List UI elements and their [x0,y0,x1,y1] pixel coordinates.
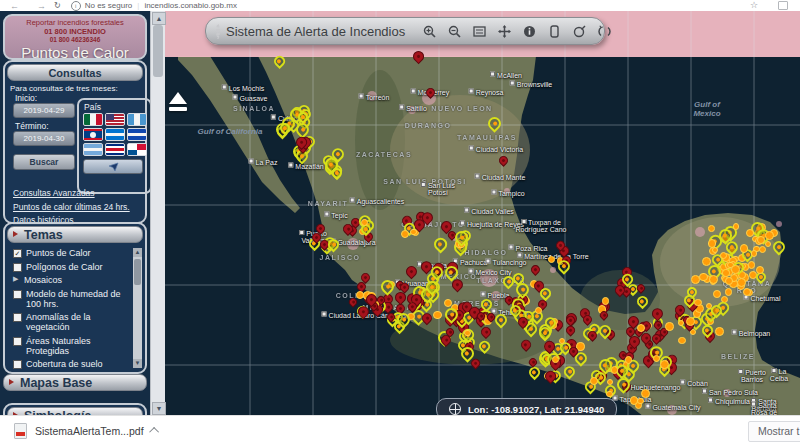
fire-point-marker[interactable] [590,377,598,385]
tema-item-3[interactable]: Modelo de humedad de 100 hrs. [13,289,131,309]
fire-point-marker[interactable] [630,396,639,405]
fire-point-marker[interactable] [686,317,695,326]
temas-scrollbar[interactable]: ▲ ▼ [133,248,142,368]
fire-point-marker[interactable] [660,360,669,369]
downloaded-file-chip[interactable]: SistemaAlertaTem...pdf [14,423,159,439]
fire-point-marker[interactable] [433,311,442,320]
flag-el-salvador-button[interactable] [127,128,147,141]
info-icon[interactable] [522,24,537,39]
scroll-down-icon[interactable]: ▼ [133,359,142,368]
bookmark-star-icon[interactable]: ☆ [750,0,758,10]
fire-point-marker[interactable] [751,250,758,257]
url-separator: | [137,1,139,10]
draw-icon[interactable] [572,24,587,39]
expand-arrow-icon[interactable]: ▶ [13,275,20,283]
flag-honduras-button[interactable] [105,128,125,141]
fire-point-marker[interactable] [733,223,740,230]
fire-point-marker[interactable] [602,297,609,304]
fire-point-marker[interactable] [757,236,765,244]
fire-point-marker[interactable] [552,356,559,363]
flag-mexico-button[interactable] [83,113,103,126]
flag-nicaragua-button[interactable] [83,143,103,156]
measure-icon[interactable] [547,24,562,39]
pdf-file-icon [14,423,27,439]
termino-date-field[interactable]: 2019-04-30 [13,131,75,146]
checkbox[interactable] [13,337,22,346]
url-text[interactable]: incendios.conabio.gob.mx [144,1,237,10]
fire-point-marker[interactable] [765,231,774,240]
browser-reload-button[interactable]: ↻ [54,1,61,10]
flag-panama-button[interactable] [127,143,147,156]
browser-back-button[interactable]: ← [10,1,19,11]
buscar-button[interactable]: Buscar [13,154,75,170]
flag-costa-rica-button[interactable] [105,143,125,156]
scroll-up-icon[interactable]: ▲ [133,248,142,257]
fire-point-marker[interactable] [361,219,368,226]
pais-panel: País [77,98,152,194]
cursor-arrow-icon [107,162,119,172]
link-1[interactable]: Puntos de calor últimas 24 hrs. [13,202,130,212]
flag-belize-button[interactable] [83,128,103,141]
sidebar-scroll-down-icon[interactable]: ▼ [152,402,166,415]
show-all-downloads-button[interactable]: Mostrar t [748,421,800,442]
fire-point-marker[interactable] [678,337,686,345]
mapas-base-header[interactable]: Mapas Base [3,374,147,391]
flag-usa-button[interactable] [105,113,125,126]
tema-item-2[interactable]: ▶Mosaicos [13,275,131,285]
tema-item-1[interactable]: Polígonos de Calor [13,262,131,272]
fire-point-marker[interactable] [708,239,716,247]
select-cursor-button[interactable] [83,159,143,174]
country-flags-grid [79,113,150,156]
fire-point-marker[interactable] [713,290,721,298]
pan-icon[interactable] [497,24,512,39]
checkbox[interactable] [13,263,22,272]
sidebar: Reportar incendios forestales 01 800 INC… [0,11,150,416]
sidebar-scroll-thumb[interactable] [153,25,163,77]
fire-point-marker[interactable] [410,229,416,235]
tema-item-0[interactable]: ✓Puntos de Calor [13,248,131,258]
checkbox[interactable] [13,290,22,299]
browser-forward-button[interactable]: → [37,1,46,11]
fire-point-marker[interactable] [725,288,732,295]
tema-label: Puntos de Calor [26,248,91,258]
temas-header[interactable]: Temas [7,226,143,243]
tema-item-6[interactable]: Cobertura de suelo [13,359,131,369]
map-north-control[interactable] [169,92,187,111]
fire-point-marker[interactable] [708,225,715,232]
fire-point-marker[interactable] [606,391,613,398]
site-info-icon[interactable]: i [71,1,81,11]
tema-label: Cobertura de suelo [26,359,103,369]
temas-scroll-thumb[interactable] [134,259,141,285]
fire-point-marker[interactable] [607,379,613,385]
extent-icon[interactable] [472,24,487,39]
extension-icon[interactable] [778,1,788,10]
checkbox-checked[interactable]: ✓ [13,249,22,258]
fire-point-marker[interactable] [444,299,452,307]
tema-label: Modelo de humedad de 100 hrs. [26,289,131,309]
fire-point-marker[interactable] [699,273,708,282]
fire-point-marker[interactable] [740,244,748,252]
tema-label: Mosaicos [24,275,62,285]
zoom-out-icon[interactable] [447,24,462,39]
link-0[interactable]: Consultas Avanzadas [13,188,130,198]
fire-point-marker[interactable] [464,330,470,336]
chevron-up-icon[interactable] [149,427,159,437]
flag-guatemala-button[interactable] [127,113,147,126]
checkbox[interactable] [13,360,22,369]
fire-point-marker[interactable] [731,265,740,274]
refresh-icon[interactable] [597,24,612,39]
inicio-label: Inicio: [15,93,37,103]
fire-point-marker[interactable] [748,261,755,268]
fire-point-marker[interactable] [715,327,724,336]
inicio-date-field[interactable]: 2019-04-29 [13,103,75,118]
tema-item-4[interactable]: Anomalías de la vegetación [13,312,131,332]
sidebar-scrollbar[interactable]: ▲ ▼ [150,11,165,416]
fire-point-marker[interactable] [665,322,673,330]
zoom-slider-handle[interactable] [169,107,187,111]
sidebar-scroll-up-icon[interactable]: ▲ [152,12,166,25]
fire-point-marker[interactable] [720,252,727,259]
tema-item-5[interactable]: Áreas Naturales Protegidas [13,336,131,356]
checkbox[interactable] [13,313,22,322]
fire-point-marker[interactable] [691,275,700,284]
zoom-in-icon[interactable] [422,24,437,39]
